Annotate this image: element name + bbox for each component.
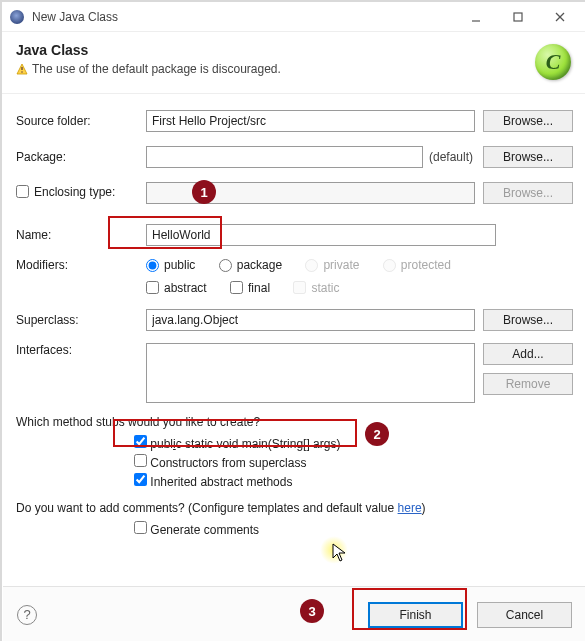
checkbox-static: static [293,281,339,295]
maximize-button[interactable] [497,4,539,30]
browse-source-button[interactable]: Browse... [483,110,573,132]
package-default-text: (default) [429,150,473,164]
checkbox-static-label: static [311,281,339,295]
label-enclosing-type: Enclosing type: [34,185,115,199]
window-title: New Java Class [32,10,455,24]
radio-public[interactable]: public [146,258,195,272]
eclipse-icon [10,10,24,24]
enclosing-type-checkbox[interactable]: Enclosing type: [16,185,115,199]
checkbox-constructors-label: Constructors from superclass [150,456,306,470]
warning-icon [16,63,28,75]
cursor-highlight [320,536,348,564]
radio-public-label: public [164,258,195,272]
finish-button[interactable]: Finish [368,602,463,628]
warning-text: The use of the default package is discou… [32,62,281,76]
label-package: Package: [16,150,138,164]
checkbox-final[interactable]: final [230,281,270,295]
checkbox-constructors-stub[interactable]: Constructors from superclass [134,454,573,470]
svg-rect-1 [514,13,522,21]
cursor-icon [332,543,348,563]
interfaces-list[interactable] [146,343,475,403]
radio-private-label: private [323,258,359,272]
package-input[interactable] [146,146,423,168]
checkbox-inherited-label: Inherited abstract methods [150,475,292,489]
label-source-folder: Source folder: [16,114,138,128]
class-icon: C [535,44,571,80]
label-name: Name: [16,228,138,242]
radio-protected-label: protected [401,258,451,272]
checkbox-inherited-stub[interactable]: Inherited abstract methods [134,473,573,489]
help-button[interactable]: ? [17,605,37,625]
label-modifiers: Modifiers: [16,258,138,272]
checkbox-main-stub[interactable]: public static void main(String[] args) [134,435,573,451]
enclosing-type-input [146,182,475,204]
radio-private: private [305,258,359,272]
stub-question: Which method stubs would you like to cre… [16,415,573,429]
remove-interface-button: Remove [483,373,573,395]
cancel-button[interactable]: Cancel [477,602,572,628]
configure-templates-link[interactable]: here [398,501,422,515]
comments-question: Do you want to add comments? (Configure … [16,501,573,515]
browse-package-button[interactable]: Browse... [483,146,573,168]
add-interface-button[interactable]: Add... [483,343,573,365]
close-button[interactable] [539,4,581,30]
checkbox-final-label: final [248,281,270,295]
browse-superclass-button[interactable]: Browse... [483,309,573,331]
name-input[interactable] [146,224,496,246]
radio-package[interactable]: package [219,258,282,272]
checkbox-main-label: public static void main(String[] args) [150,437,340,451]
browse-enclosing-button: Browse... [483,182,573,204]
dialog-footer: ? Finish Cancel [3,586,585,641]
window-titlebar: New Java Class [2,2,585,32]
dialog-heading: Java Class [16,42,527,58]
svg-point-5 [21,71,22,72]
label-superclass: Superclass: [16,313,138,327]
checkbox-generate-comments-label: Generate comments [150,523,259,537]
dialog-header: Java Class The use of the default packag… [2,32,585,94]
checkbox-abstract[interactable]: abstract [146,281,207,295]
minimize-button[interactable] [455,4,497,30]
radio-package-label: package [237,258,282,272]
superclass-input[interactable] [146,309,475,331]
radio-protected: protected [383,258,451,272]
source-folder-input[interactable] [146,110,475,132]
checkbox-generate-comments[interactable]: Generate comments [134,521,573,537]
checkbox-abstract-label: abstract [164,281,207,295]
label-interfaces: Interfaces: [16,343,138,357]
